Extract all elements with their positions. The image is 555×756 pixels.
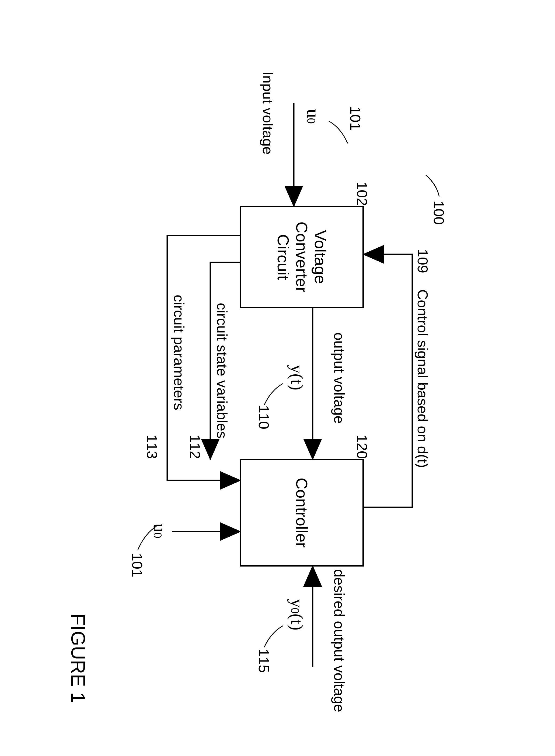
ref-101b: 101: [129, 553, 146, 577]
ref-115: 115: [256, 649, 272, 673]
ref-101a: 101: [347, 106, 364, 131]
ref-102: 102: [354, 182, 371, 206]
controller-block: Controller: [240, 459, 364, 567]
ref-100: 100: [431, 200, 447, 225]
ref-113: 113: [144, 435, 161, 459]
ref-110: 110: [256, 405, 272, 429]
wiring-svg: [35, 28, 520, 728]
output-voltage-label: output voltage: [331, 332, 348, 424]
vcc-line1: Voltage: [311, 230, 330, 284]
figure-label: FIGURE 1: [67, 614, 89, 703]
input-voltage-label: Input voltage: [260, 71, 276, 154]
control-signal-label: Control signal based on d(t): [415, 289, 431, 468]
desired-output-label: desired output voltage: [331, 569, 348, 712]
params-label: circuit parameters: [171, 295, 187, 410]
y0t-symbol: y0(t): [287, 599, 307, 630]
controller-label: Controller: [292, 477, 311, 548]
u0-symbol: u0: [303, 109, 324, 124]
yt-symbol: y(t): [287, 365, 307, 390]
u0-ctrl-symbol: u0: [150, 523, 170, 538]
voltage-converter-block: Voltage Converter Circuit: [240, 206, 364, 308]
ref-112: 112: [187, 435, 204, 459]
ref-109: 109: [415, 249, 431, 273]
vcc-line3: Circuit: [274, 234, 292, 280]
ref-120: 120: [354, 435, 371, 459]
vcc-line2: Converter: [292, 222, 311, 292]
state-vars-label: circuit state variables: [214, 303, 230, 438]
